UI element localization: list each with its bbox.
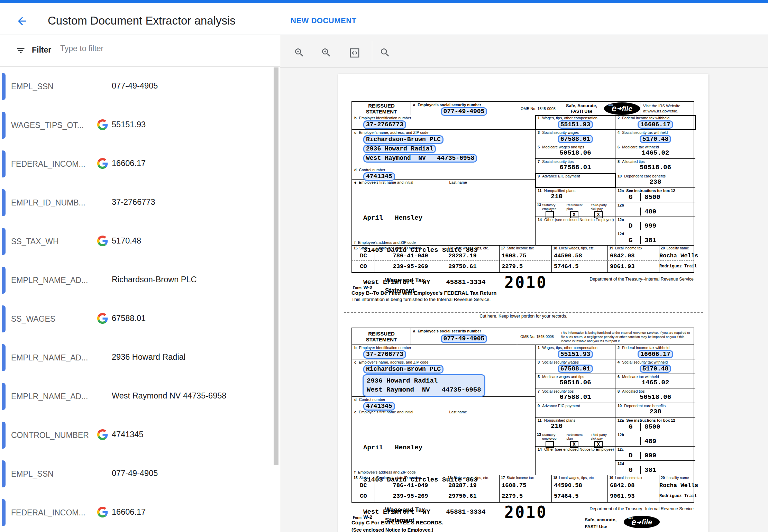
- state-table-row: CO 239-95-269 29750.61 2279.5 57464.5 90…: [352, 260, 694, 272]
- cut-here-dashed-line: [344, 312, 703, 313]
- state-table-row: DC 786-41-049 28287.19 1608.75 44590.58 …: [352, 251, 694, 260]
- field-value-wrap: Richardson-Brown PLC: [97, 274, 197, 285]
- field-value-wrap: West Raymond NV 44735-6958: [97, 391, 226, 401]
- employer-address-highlight[interactable]: 2936 Howard Radial West Raymond NV 44735…: [363, 374, 485, 397]
- field-value-wrap: 5170.48: [97, 236, 141, 246]
- ein-highlight[interactable]: 37-2766773: [363, 350, 406, 359]
- field-list-item[interactable]: FEDERAL_INCOM... 16606.17: [0, 493, 272, 532]
- box-7-8-row: 7Social security tips 67588.01 8Allocate…: [536, 388, 695, 403]
- federal-tax-highlight[interactable]: 16606.17: [638, 350, 673, 358]
- field-value-wrap: 2936 Howard Radial: [97, 352, 185, 363]
- w2-document-page: REISSUEDSTATEMENT aEmployee's social sec…: [338, 74, 708, 532]
- employer-name-highlight[interactable]: Richardson-Brown PLC: [363, 135, 444, 144]
- box-12c: 12c D999: [615, 447, 695, 461]
- box-a-ssn: aEmployee's social security number 077-4…: [411, 328, 517, 345]
- field-accent-bar: [2, 228, 6, 255]
- wages-highlight[interactable]: 55151.93: [558, 350, 593, 358]
- back-button[interactable]: [15, 15, 29, 28]
- field-list-item[interactable]: SS_TAX_WH 5170.48: [0, 222, 272, 261]
- box-11-12a-row: 11Nonqualified plans 210 12aSee instruct…: [536, 418, 695, 432]
- reissued-statement: REISSUEDSTATEMENT: [352, 102, 411, 115]
- view-source-button[interactable]: [347, 45, 362, 60]
- wages-highlight[interactable]: 55151.93: [558, 120, 593, 129]
- filter-row: Filter: [0, 35, 280, 67]
- box-1-2-row: 1Wages, tips, other compensation 55151.9…: [536, 115, 695, 130]
- field-accent-bar: [2, 499, 6, 526]
- field-accent-bar: [2, 150, 6, 177]
- zoom-out-button[interactable]: [292, 45, 307, 60]
- ss-tax-highlight[interactable]: 5170.48: [640, 135, 671, 143]
- ss-wages-highlight[interactable]: 67588.01: [558, 135, 593, 143]
- employee-name: April Hensley: [363, 213, 535, 223]
- control-number-highlight[interactable]: 4741345: [363, 172, 395, 181]
- box-10-dependent-care: 10Dependent care benefits 238: [615, 403, 695, 417]
- field-name: SS_WAGES: [11, 314, 92, 324]
- search-button[interactable]: [377, 45, 393, 60]
- box-f-address-label: fEmployee's address and ZIP code: [352, 240, 535, 245]
- tax-year: 2010: [504, 273, 547, 292]
- copy-note: (See enclosed Notice to Employee.): [351, 527, 433, 532]
- box-4-ss-tax: 4Social security tax withheld 5170.48: [615, 130, 695, 144]
- field-list-item[interactable]: FEDERAL_INCOM... 16606.17: [0, 145, 272, 183]
- employer-city-highlight[interactable]: West Raymond NV 44735-6958: [363, 154, 477, 163]
- google-normalized-icon: [97, 236, 108, 246]
- box-1-wages: 1Wages, tips, other compensation 55151.9…: [536, 115, 615, 129]
- main-layout: Filter EMPL_SSN 077-49-4905: [0, 35, 768, 532]
- field-name: FEDERAL_INCOM...: [11, 159, 92, 169]
- field-name: EMPL_SSN: [11, 469, 92, 479]
- field-value-wrap: 077-49-4905: [97, 81, 158, 91]
- box-f-address-label: fEmployee's address and ZIP code: [352, 469, 535, 475]
- box-14-other: 14Other (see enclosed Notice to Employee…: [536, 217, 615, 245]
- box-9-10-row: 9Advance EIC payment 10Dependent care be…: [536, 173, 695, 188]
- box-12a: 12aSee instructions for box 12 G8500: [615, 418, 695, 432]
- extracted-fields-panel: Filter EMPL_SSN 077-49-4905: [0, 35, 280, 532]
- ein-highlight[interactable]: 37-2766773: [363, 120, 406, 129]
- field-value: 37-2766773: [112, 198, 155, 207]
- page-title: Custom Document Extractor analysis: [48, 14, 236, 27]
- ss-tax-highlight[interactable]: 5170.48: [640, 365, 671, 373]
- field-list-item[interactable]: EMPL_SSN 077-49-4905: [0, 455, 272, 493]
- field-list-item[interactable]: EMPLR_NAME_AD... Richardson-Brown PLC: [0, 261, 272, 300]
- google-normalized-icon: [97, 507, 108, 517]
- box-13-12b-row: 13 Statutoryemployee Retirementplan X Th…: [536, 202, 695, 217]
- treasury-department-text: Department of the Treasury--Internal Rev…: [589, 277, 694, 282]
- box-e-employee: eEmployee's first name and initial Last …: [352, 409, 535, 469]
- document-canvas[interactable]: REISSUEDSTATEMENT aEmployee's social sec…: [280, 68, 768, 532]
- ssn-highlight[interactable]: 077-49-4905: [441, 334, 487, 343]
- box-3-4-row: 3Social security wages 67588.01 4Social …: [536, 359, 695, 374]
- federal-tax-highlight[interactable]: 16606.17: [638, 120, 673, 129]
- zoom-out-icon: [294, 47, 305, 58]
- control-number-highlight[interactable]: 4741345: [363, 402, 395, 411]
- ssn-highlight[interactable]: 077-49-4905: [441, 107, 487, 116]
- ss-wages-highlight[interactable]: 67588.01: [558, 365, 593, 373]
- field-name: FEDERAL_INCOM...: [11, 508, 92, 517]
- new-document-button[interactable]: NEW DOCUMENT: [291, 16, 357, 25]
- field-list-item[interactable]: CONTROL_NUMBER 4741345: [0, 416, 272, 455]
- box-13-checkboxes: 13 Statutoryemployee Retirementplan X Th…: [536, 432, 615, 446]
- box-9-advance-eic: 9Advance EIC payment: [536, 403, 615, 417]
- field-accent-bar: [2, 73, 6, 100]
- field-list-item[interactable]: EMPLR_ID_NUMB... 37-2766773: [0, 183, 272, 222]
- field-value: 67588.01: [112, 314, 146, 323]
- left-panel-scrollbar[interactable]: [274, 67, 278, 465]
- zoom-in-button[interactable]: [319, 45, 334, 60]
- treasury-department-text: Department of the Treasury--Internal Rev…: [589, 506, 694, 511]
- field-value: 16606.17: [112, 507, 146, 517]
- field-name: EMPLR_NAME_AD...: [11, 276, 92, 285]
- field-list-item[interactable]: WAGES_TIPS_OT... 55151.93: [0, 106, 272, 145]
- field-list-item[interactable]: EMPLR_NAME_AD... West Raymond NV 44735-6…: [0, 377, 272, 416]
- field-list-item[interactable]: EMPL_SSN 077-49-4905: [0, 67, 272, 106]
- field-accent-bar: [2, 305, 6, 332]
- safe-accurate-text: Safe, accurate,FAST! Use: [585, 516, 616, 530]
- irs-efile-logo: IRSe➔file: [624, 516, 660, 528]
- box-11-nonqualified: 11Nonqualified plans 210: [536, 418, 615, 432]
- field-list-item[interactable]: SS_WAGES 67588.01: [0, 300, 272, 338]
- employer-street-highlight[interactable]: 2936 Howard Radial: [363, 145, 436, 153]
- filter-input[interactable]: [60, 44, 254, 53]
- filter-list-icon: [16, 46, 26, 55]
- field-list-item[interactable]: EMPLR_NAME_AD... 2936 Howard Radial: [0, 338, 272, 377]
- employer-name-highlight[interactable]: Richardson-Brown PLC: [363, 365, 444, 374]
- w2-footer: Form W-2 Wage and TaxStatement 2010 Depa…: [351, 273, 694, 303]
- box-7-8-row: 7Social security tips 67588.01 8Allocate…: [536, 159, 695, 173]
- box-14-other: 14Other (see enclosed Notice to Employee…: [536, 447, 615, 475]
